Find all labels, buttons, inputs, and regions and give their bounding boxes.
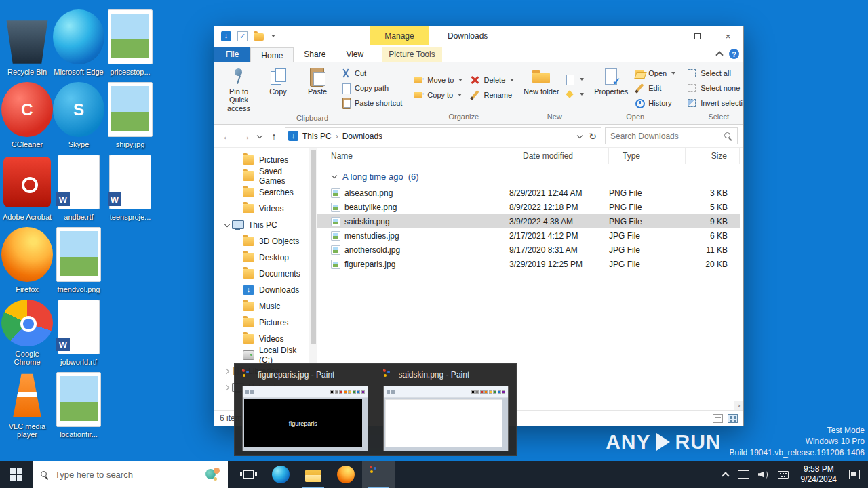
desktop-icon[interactable]: friendvol.png (53, 222, 104, 294)
sidebar-item[interactable]: This PC (214, 217, 309, 233)
search-input[interactable] (610, 131, 719, 141)
details-view-toggle-icon[interactable] (713, 414, 723, 423)
sidebar-item[interactable]: Pictures (214, 314, 309, 331)
copy-to-button[interactable]: Copy to (410, 87, 465, 102)
new-folder-qat-icon[interactable] (254, 33, 264, 41)
sidebar-item[interactable]: Searches (214, 184, 309, 201)
desktop-icon[interactable]: shipy.jpg (104, 77, 156, 149)
address-dropdown-caret-icon[interactable] (576, 133, 583, 140)
desktop-icon[interactable]: teensproje... (104, 149, 156, 222)
recent-locations-caret-icon[interactable] (256, 133, 263, 140)
properties-qat-icon[interactable] (237, 31, 248, 41)
desktop-icon[interactable]: locationfir... (53, 367, 104, 439)
cut-button[interactable]: Cut (338, 66, 405, 80)
file-row[interactable]: saidskin.png 3/9/2022 4:38 AM PNG File 9… (317, 214, 740, 228)
sidebar-item[interactable]: Saved Games (214, 168, 309, 184)
sidebar-item[interactable]: 3D Objects (214, 233, 309, 249)
search-highlights-icon[interactable] (204, 467, 220, 482)
sidebar-item[interactable]: Desktop (214, 249, 309, 266)
desktop-icon[interactable]: Microsoft Edge (53, 4, 104, 77)
desktop-icon[interactable]: Firefox (1, 222, 53, 294)
edit-button[interactable]: Edit (631, 81, 678, 95)
desktop-icon[interactable]: VLC media player (1, 367, 53, 439)
sidebar-item-chevron-icon[interactable] (224, 368, 231, 375)
taskbar-edge-button[interactable] (264, 461, 297, 488)
minimize-button[interactable]: – (652, 26, 682, 45)
back-button[interactable]: ← (220, 129, 235, 144)
sidebar-item-chevron-icon[interactable] (235, 270, 241, 277)
search-box[interactable] (605, 127, 738, 144)
file-row[interactable]: menstudies.jpg 2/17/2021 4:12 PM JPG Fil… (317, 228, 740, 243)
large-icons-view-toggle-icon[interactable] (728, 414, 738, 423)
sidebar-item-chevron-icon[interactable] (235, 352, 241, 359)
preview-thumbnail[interactable]: figureparis (242, 386, 368, 451)
column-header-name[interactable]: Name (317, 148, 509, 164)
desktop-icon[interactable]: CCleaner (1, 77, 53, 149)
taskbar-paint-button[interactable] (362, 461, 395, 488)
sidebar-item-chevron-icon[interactable] (235, 157, 241, 163)
new-folder-button[interactable]: New folder (522, 65, 560, 97)
sidebar-item-chevron-icon[interactable] (235, 254, 241, 261)
refresh-icon[interactable]: ↻ (589, 131, 597, 142)
paint-preview-card[interactable]: saidskin.png - Paint (376, 364, 517, 455)
desktop-icon[interactable]: jobworld.rtf (53, 294, 104, 367)
close-button[interactable]: × (713, 26, 743, 45)
desktop-icon[interactable]: Recycle Bin (1, 4, 53, 77)
column-header-date-modified[interactable]: Date modified (509, 148, 609, 164)
paste-shortcut-button[interactable]: Paste shortcut (338, 96, 405, 110)
delete-button[interactable]: Delete (467, 73, 517, 87)
group-collapse-icon[interactable] (331, 173, 338, 180)
paste-button[interactable]: Paste (298, 65, 336, 97)
sidebar-item-chevron-icon[interactable] (235, 319, 241, 326)
manage-contextual-tab[interactable]: Manage (370, 26, 429, 45)
select-none-button[interactable]: Select none (684, 81, 743, 95)
rename-button[interactable]: Rename (467, 87, 517, 102)
preview-thumbnail[interactable] (383, 386, 509, 451)
tab-home[interactable]: Home (250, 47, 294, 62)
qat-customize-caret-icon[interactable] (271, 35, 275, 37)
help-icon[interactable]: ? (729, 49, 739, 59)
taskbar-search[interactable] (33, 461, 228, 488)
desktop-icon[interactable]: pricesstop... (104, 4, 156, 77)
sidebar-item[interactable]: Videos (214, 201, 309, 217)
properties-button[interactable]: Properties (592, 65, 630, 97)
file-row[interactable]: alseason.png 8/29/2021 12:44 AM PNG File… (317, 186, 740, 200)
maximize-button[interactable] (682, 26, 713, 45)
scrollbar-thumb[interactable] (311, 150, 316, 344)
sidebar-item[interactable]: Documents (214, 266, 309, 282)
task-view-button[interactable] (232, 461, 264, 488)
sidebar-item[interactable]: Downloads (214, 282, 309, 298)
taskbar-search-input[interactable] (55, 470, 198, 480)
sidebar-item-chevron-icon[interactable] (235, 303, 241, 310)
sidebar-item-chevron-icon[interactable] (235, 336, 241, 342)
easy-access-button[interactable] (561, 87, 587, 101)
up-button[interactable]: ↑ (267, 129, 281, 144)
show-hidden-icons-button[interactable] (718, 461, 733, 488)
breadcrumb-this-pc[interactable]: This PC (302, 131, 332, 141)
tab-view[interactable]: View (336, 47, 374, 62)
copy-path-button[interactable]: Copy path (338, 81, 405, 95)
pin-to-quick-access-button[interactable]: Pin to Quick access (220, 65, 258, 114)
search-icon[interactable] (724, 131, 732, 140)
sidebar-item-chevron-icon[interactable] (235, 287, 241, 293)
group-header[interactable]: A long time ago (6) (317, 167, 743, 186)
scroll-right-arrow-icon[interactable]: › (734, 401, 743, 410)
sidebar-item-chevron-icon[interactable] (235, 205, 241, 212)
breadcrumb-downloads[interactable]: Downloads (342, 131, 382, 141)
tab-file[interactable]: File (214, 47, 250, 62)
file-row[interactable]: anothersold.jpg 9/17/2020 8:31 AM JPG Fi… (317, 243, 740, 257)
start-button[interactable] (0, 461, 33, 488)
tab-share[interactable]: Share (294, 47, 336, 62)
sidebar-item[interactable]: Videos (214, 331, 309, 347)
collapse-ribbon-icon[interactable] (715, 51, 723, 58)
desktop-icon[interactable]: Adobe Acrobat (1, 149, 53, 222)
volume-tray-button[interactable] (753, 461, 773, 488)
action-center-button[interactable] (844, 461, 868, 488)
sidebar-item[interactable]: Local Disk (C:) (214, 347, 309, 363)
keyboard-tray-button[interactable] (773, 461, 793, 488)
network-tray-button[interactable] (733, 461, 753, 488)
desktop-icon[interactable]: Skype (53, 77, 104, 149)
invert-selection-button[interactable]: Invert selection (684, 96, 743, 110)
file-row[interactable]: beautylike.png 8/9/2022 12:18 PM PNG Fil… (317, 200, 740, 214)
sidebar-item[interactable]: Pictures (214, 152, 309, 168)
